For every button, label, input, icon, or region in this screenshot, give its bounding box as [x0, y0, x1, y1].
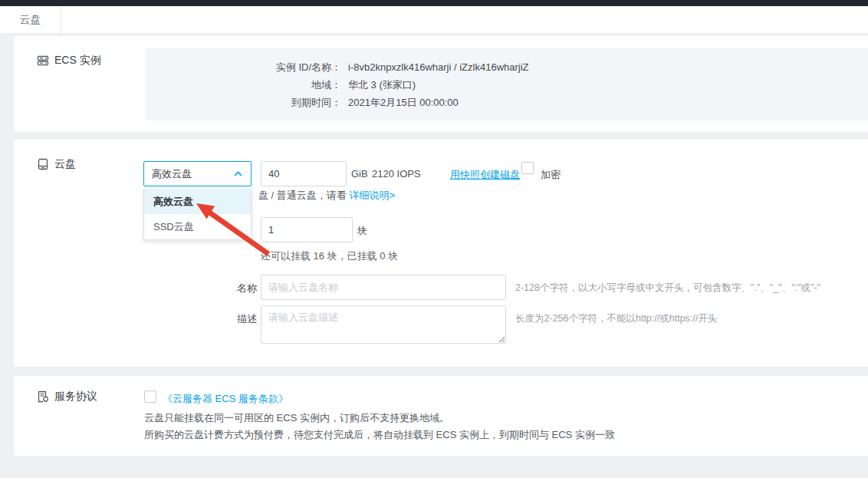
disk-name-input[interactable]: [261, 275, 506, 300]
cloud-disk-card: 云盘 盘 / 普通云盘，请看 详细说明> 高效云盘 高效云盘 SSD云盘 GiB…: [14, 140, 868, 367]
instance-info-box: 实例 ID/名称： i-8vb2knpxzlk416wharji / iZzlk…: [146, 48, 868, 120]
disk-type-select[interactable]: 高效云盘: [143, 161, 252, 186]
encrypt-checkbox[interactable]: [521, 162, 534, 174]
page: 云盘 ECS 实例 实例 ID/名称： i-8vb2knpxzlk416whar…: [0, 0, 868, 478]
agreement-card-title-label: 服务协议: [54, 390, 97, 404]
ecs-terms-link[interactable]: 《云服务器 ECS 服务条款》: [163, 392, 288, 406]
agreement-card-title: 服务协议: [37, 390, 97, 404]
disk-card-title-label: 云盘: [54, 157, 76, 171]
agreement-document-icon: [37, 391, 49, 403]
ecs-card-title: ECS 实例: [37, 54, 101, 68]
info-row-expiry: 到期时间： 2021年2月15日 00:00:00: [146, 94, 868, 111]
description-label: 描述：: [221, 312, 267, 326]
expiry-value: 2021年2月15日 00:00:00: [348, 94, 459, 111]
ecs-instance-card: ECS 实例 实例 ID/名称： i-8vb2knpxzlk416wharji …: [14, 36, 868, 132]
disk-description-textarea[interactable]: [261, 305, 506, 344]
agreement-note-2: 所购买的云盘计费方式为预付费，待您支付完成后，将自动挂载到 ECS 实例上，到期…: [144, 428, 615, 442]
server-icon: [37, 54, 49, 67]
quantity-input[interactable]: [261, 217, 353, 242]
disk-type-selected-label: 高效云盘: [152, 167, 192, 181]
disk-type-dropdown-menu: 高效云盘 SSD云盘: [143, 189, 252, 240]
service-agreement-card: 服务协议 《云服务器 ECS 服务条款》 云盘只能挂载在同一可用区的 ECS 实…: [14, 376, 868, 456]
disk-type-hint: 盘 / 普通云盘，请看 详细说明>: [258, 189, 395, 203]
iops-label: 2120 IOPS: [372, 168, 421, 180]
chevron-up-icon: [234, 171, 242, 176]
tab-cloud-disk[interactable]: 云盘: [0, 6, 61, 33]
instance-id-label: 实例 ID/名称：: [146, 58, 341, 76]
info-row-instance-id: 实例 ID/名称： i-8vb2knpxzlk416wharji / iZzlk…: [146, 58, 868, 76]
encrypt-label: 加密: [541, 168, 561, 182]
top-dark-bar: [0, 0, 868, 6]
quantity-unit-label: 块: [357, 224, 367, 238]
tab-bar: 云盘: [0, 6, 868, 33]
capacity-input[interactable]: [261, 161, 347, 186]
name-rule-hint: 2-128个字符，以大小写字母或中文开头，可包含数字、"."、"_"、":"或"…: [515, 282, 820, 295]
region-label: 地域：: [146, 76, 341, 94]
dropdown-option-efficiency-disk[interactable]: 高效云盘: [144, 189, 251, 214]
agreement-note-1: 云盘只能挂载在同一可用区的 ECS 实例内，订购后不支持更换地域。: [144, 411, 449, 425]
name-label: 名称：: [221, 282, 267, 295]
expiry-label: 到期时间：: [146, 94, 341, 111]
tab-cloud-disk-label: 云盘: [20, 13, 41, 27]
create-from-snapshot-link[interactable]: 用快照创建磁盘: [450, 168, 520, 182]
ecs-card-title-label: ECS 实例: [54, 54, 101, 68]
capacity-unit-label: GiB: [351, 168, 368, 180]
terms-checkbox[interactable]: [144, 391, 156, 403]
description-rule-hint: 长度为2-256个字符，不能以http://或https://开头: [515, 312, 717, 325]
instance-id-value: i-8vb2knpxzlk416wharji / iZzlk416wharjiZ: [348, 58, 529, 76]
dropdown-option-ssd-disk[interactable]: SSD云盘: [144, 214, 251, 239]
disk-card-title: 云盘: [37, 157, 76, 171]
region-value: 华北 3 (张家口): [348, 76, 416, 94]
disk-icon: [37, 158, 49, 170]
mount-capacity-hint: 还可以挂载 16 块，已挂载 0 块: [261, 249, 398, 263]
disk-type-detail-link[interactable]: 详细说明>: [349, 190, 395, 201]
disk-type-hint-text: 盘 / 普通云盘，请看: [258, 190, 347, 201]
info-row-region: 地域： 华北 3 (张家口): [146, 76, 868, 94]
